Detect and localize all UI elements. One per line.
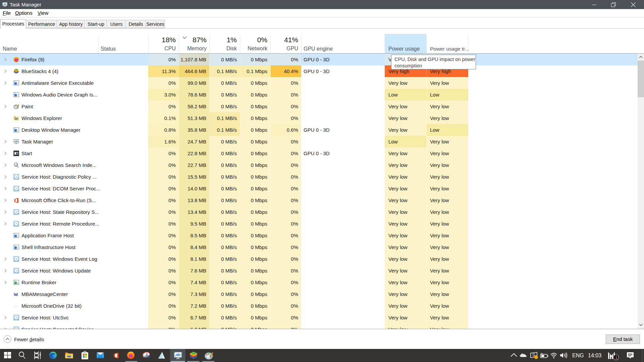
svg-text:1: 1 bbox=[615, 356, 618, 360]
